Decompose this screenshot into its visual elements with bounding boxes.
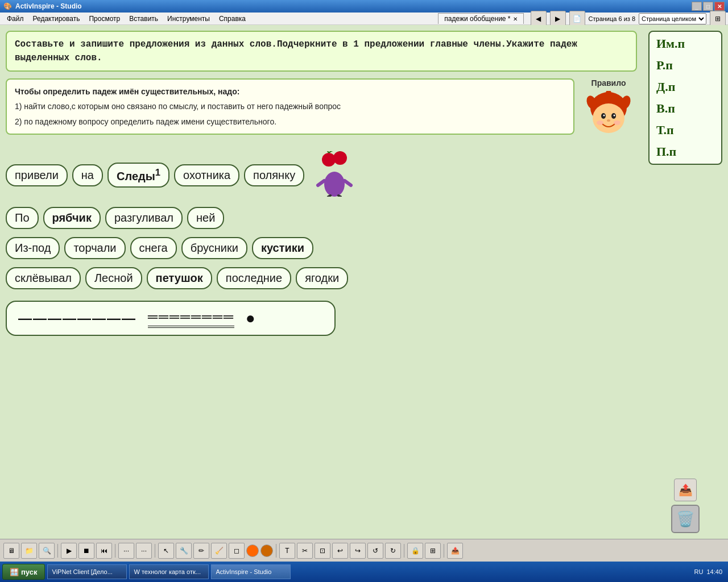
word-chip-разгуливал[interactable]: разгуливал bbox=[105, 207, 183, 229]
word-chip-брусники[interactable]: брусники bbox=[181, 237, 247, 259]
menu-view[interactable]: Просмотр bbox=[84, 14, 125, 24]
taskbar-item-word[interactable]: W технолог карта отк... bbox=[129, 564, 209, 579]
app-icon: 🎨 bbox=[3, 2, 12, 10]
start-button[interactable]: 🪟 пуск bbox=[2, 564, 45, 580]
document-tab[interactable]: падежи обобщение * ✕ bbox=[438, 13, 523, 24]
tb-dots[interactable]: ··· bbox=[118, 543, 134, 559]
case-p[interactable]: П.п bbox=[656, 144, 714, 159]
tb-pencil[interactable]: ✏ bbox=[193, 543, 209, 559]
word-chip-ней[interactable]: ней bbox=[187, 207, 224, 229]
rule-line2: 1) найти слово,с которым оно связано по … bbox=[15, 100, 565, 113]
start-icon: 🪟 bbox=[10, 568, 19, 576]
nav-next-button[interactable]: ▶ bbox=[550, 11, 566, 27]
word-chip-ягодки[interactable]: ягодки bbox=[296, 267, 348, 289]
tb-cut[interactable]: ✂ bbox=[297, 543, 313, 559]
menu-edit[interactable]: Редактировать bbox=[28, 14, 85, 24]
app-window: 🎨 ActivInspire - Studio _ □ ✕ Файл Редак… bbox=[0, 0, 728, 582]
case-t[interactable]: Т.п bbox=[656, 123, 714, 138]
case-r[interactable]: Р.п bbox=[656, 58, 714, 73]
word-row-3: Из-под торчали снега брусники кустики bbox=[6, 237, 637, 259]
side-tools: 📤 🗑️ bbox=[671, 479, 700, 533]
separator-6 bbox=[444, 544, 444, 558]
dot-symbol: ● bbox=[246, 309, 255, 327]
menu-help[interactable]: Справка bbox=[214, 14, 250, 24]
character-illustration bbox=[583, 91, 634, 142]
tb-color[interactable] bbox=[246, 544, 259, 557]
taskbar-right: RU 14:40 bbox=[691, 568, 726, 575]
word-chip-склёвывал[interactable]: склёвывал bbox=[6, 267, 81, 289]
tb-eraser[interactable]: 🧹 bbox=[211, 543, 227, 559]
svg-line-20 bbox=[338, 196, 341, 197]
word-row-4: склёвывал Лесной петушок последние ягодк… bbox=[6, 267, 637, 289]
case-d[interactable]: Д.п bbox=[656, 80, 714, 94]
nav-prev-button[interactable]: ◀ bbox=[531, 11, 547, 27]
tb-undo2[interactable]: ↺ bbox=[367, 543, 383, 559]
word-chip-лесной[interactable]: Лесной bbox=[85, 267, 142, 289]
page-number: Страница 6 из 8 bbox=[589, 15, 635, 22]
tb-redo2[interactable]: ↻ bbox=[385, 543, 401, 559]
word-chip-охотника[interactable]: охотника bbox=[174, 164, 239, 186]
sentence-box[interactable]: ———————— ════════ ● bbox=[6, 301, 336, 336]
word-chip-на[interactable]: на bbox=[72, 164, 103, 186]
page-view-select[interactable]: Страница целиком bbox=[639, 13, 706, 24]
page-icon: 📄 bbox=[569, 11, 585, 27]
svg-point-13 bbox=[333, 151, 347, 165]
tb-grid[interactable]: ⊞ bbox=[425, 543, 441, 559]
page-fit-button[interactable]: ⊞ bbox=[710, 11, 726, 27]
word-chip-изпод[interactable]: Из-под bbox=[6, 237, 60, 259]
case-im[interactable]: Им.п bbox=[656, 36, 714, 51]
word-chip-кустики[interactable]: кустики bbox=[252, 237, 313, 259]
word-chip-привели[interactable]: привели bbox=[6, 164, 68, 186]
svg-point-11 bbox=[614, 120, 621, 125]
export-button[interactable]: 📤 bbox=[674, 479, 697, 501]
tb-stop[interactable]: ⏹ bbox=[78, 543, 94, 559]
rule-box: Чтобы определить падеж имён существитель… bbox=[6, 78, 574, 135]
tb-icon-2[interactable]: 📁 bbox=[21, 543, 37, 559]
svg-point-16 bbox=[324, 172, 345, 197]
tb-ball[interactable] bbox=[260, 544, 273, 557]
tb-redo[interactable]: ↪ bbox=[350, 543, 366, 559]
separator-2 bbox=[115, 544, 115, 558]
content-wrapper: Составьте и запишите предложения из данн… bbox=[0, 25, 728, 562]
tb-undo[interactable]: ↩ bbox=[332, 543, 348, 559]
maximize-button[interactable]: □ bbox=[703, 2, 713, 11]
trash-button[interactable]: 🗑️ bbox=[671, 505, 700, 533]
word-rows-area: привели на Следы1 охотника полянку bbox=[6, 151, 637, 289]
tab-close-icon[interactable]: ✕ bbox=[513, 16, 518, 22]
case-v[interactable]: В.п bbox=[656, 101, 714, 116]
close-button[interactable]: ✕ bbox=[714, 2, 725, 11]
word-chip-снега[interactable]: снега bbox=[130, 237, 177, 259]
word-chip-петушок[interactable]: петушок bbox=[147, 267, 212, 289]
minimize-button[interactable]: _ bbox=[692, 2, 702, 11]
tb-rewind[interactable]: ⏮ bbox=[96, 543, 112, 559]
tb-wrench[interactable]: 🔧 bbox=[176, 543, 192, 559]
tb-dots2[interactable]: ··· bbox=[136, 543, 152, 559]
tb-icon-1[interactable]: 🖥 bbox=[3, 543, 19, 559]
taskbar-item-activinspire[interactable]: ActivInspire - Studio bbox=[211, 564, 291, 579]
svg-line-18 bbox=[345, 181, 351, 185]
menu-insert[interactable]: Вставить bbox=[125, 14, 163, 24]
word-chip-полянку[interactable]: полянку bbox=[244, 164, 304, 186]
svg-line-19 bbox=[328, 196, 330, 197]
menu-tools[interactable]: Инструменты bbox=[163, 14, 214, 24]
taskbar-item-vipnet[interactable]: ViPNet Client [Дело... bbox=[47, 564, 127, 579]
window-title: ActivInspire - Studio bbox=[15, 2, 82, 10]
separator-1 bbox=[57, 544, 58, 558]
instruction-box: Составьте и запишите предложения из данн… bbox=[6, 31, 637, 72]
word-chip-рябчик[interactable]: рябчик bbox=[43, 207, 101, 229]
tb-text[interactable]: T bbox=[279, 543, 295, 559]
tb-cursor[interactable]: ↖ bbox=[158, 543, 174, 559]
menu-file[interactable]: Файл bbox=[2, 14, 28, 24]
tb-lock[interactable]: 🔒 bbox=[407, 543, 423, 559]
tb-export[interactable]: 📤 bbox=[447, 543, 463, 559]
word-chip-следы[interactable]: Следы1 bbox=[107, 163, 169, 188]
underline2: ════════ bbox=[148, 309, 234, 328]
word-chip-по[interactable]: По bbox=[6, 207, 39, 229]
word-chip-последние[interactable]: последние bbox=[217, 267, 291, 289]
tb-play[interactable]: ▶ bbox=[61, 543, 77, 559]
tb-icon-3[interactable]: 🔍 bbox=[39, 543, 55, 559]
tb-shapes[interactable]: ◻ bbox=[229, 543, 245, 559]
rule-label: Правило bbox=[592, 78, 626, 88]
tb-copy[interactable]: ⊡ bbox=[315, 543, 330, 559]
word-chip-торчали[interactable]: торчали bbox=[64, 237, 125, 259]
